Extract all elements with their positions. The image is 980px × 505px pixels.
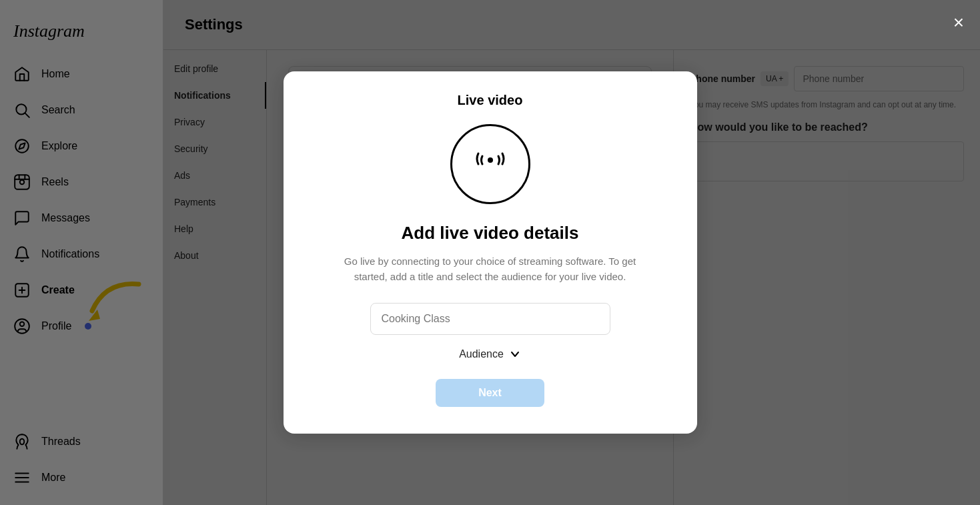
audience-selector[interactable]: Audience	[459, 348, 521, 360]
modal-title: Live video	[458, 93, 523, 108]
modal-heading: Add live video details	[402, 223, 579, 243]
close-button[interactable]: ×	[953, 13, 964, 32]
chevron-down-icon	[509, 348, 521, 360]
modal-overlay: × Live video Add live video details Go l…	[0, 0, 980, 505]
audience-label: Audience	[459, 348, 504, 360]
svg-point-19	[488, 157, 493, 163]
live-title-input[interactable]	[370, 303, 610, 335]
modal-description: Go live by connecting to your choice of …	[330, 254, 650, 284]
live-video-modal: Live video Add live video details Go liv…	[284, 71, 697, 434]
live-video-icon	[450, 124, 530, 204]
next-button[interactable]: Next	[436, 379, 544, 407]
